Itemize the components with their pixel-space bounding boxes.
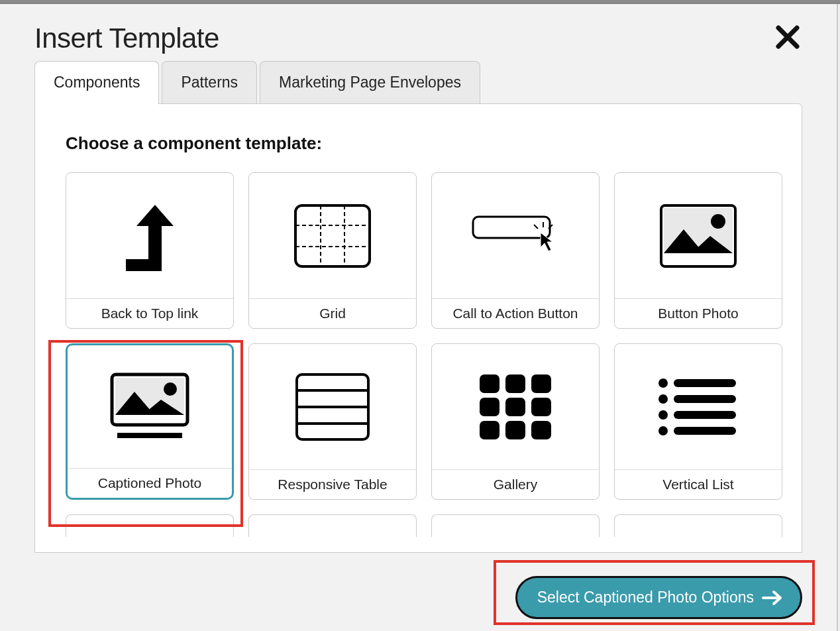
template-card-button-photo[interactable]: Button Photo [614, 172, 782, 329]
tab-label: Patterns [181, 74, 238, 91]
card-icon-area [249, 173, 416, 299]
card-label: Grid [249, 299, 416, 328]
card-icon-area [615, 173, 782, 299]
template-grid: Back to Top link Grid [66, 172, 771, 500]
template-grid-row-partial [66, 514, 771, 537]
table-rows-icon [293, 371, 372, 443]
back-to-top-icon [110, 193, 189, 279]
vertical-list-icon [655, 374, 741, 440]
card-icon-area [249, 344, 416, 470]
card-label: Back to Top link [66, 299, 233, 328]
tab-label: Components [54, 74, 140, 91]
svg-rect-39 [674, 427, 736, 435]
card-icon-area [615, 344, 782, 470]
dialog-title: Insert Template [34, 23, 219, 54]
card-label: Gallery [432, 470, 599, 499]
grid-lines-icon [293, 203, 372, 269]
template-card-partial[interactable] [66, 514, 234, 537]
close-button[interactable] [773, 23, 802, 54]
card-icon-area [432, 173, 599, 299]
close-icon [776, 25, 800, 49]
svg-point-34 [658, 394, 668, 404]
card-icon-area [68, 345, 232, 469]
select-options-button[interactable]: Select Captioned Photo Options [515, 576, 802, 619]
svg-point-14 [711, 214, 725, 229]
svg-rect-8 [473, 217, 550, 238]
card-label: Captioned Photo [68, 469, 232, 498]
template-card-partial[interactable] [614, 514, 782, 537]
template-card-back-to-top[interactable]: Back to Top link [66, 172, 234, 329]
cta-button-icon [469, 213, 562, 259]
svg-rect-29 [480, 421, 499, 439]
svg-line-9 [534, 225, 538, 229]
svg-rect-27 [505, 398, 525, 416]
svg-rect-28 [531, 398, 551, 416]
svg-point-38 [658, 426, 668, 435]
panel-heading: Choose a component template: [66, 133, 771, 154]
template-card-responsive-table[interactable]: Responsive Table [248, 343, 417, 500]
svg-rect-23 [480, 374, 499, 393]
tab-marketing-envelopes[interactable]: Marketing Page Envelopes [260, 61, 480, 103]
template-card-vertical-list[interactable]: Vertical List [614, 343, 782, 500]
card-icon-area [66, 173, 233, 299]
svg-rect-24 [505, 374, 525, 393]
tab-panel: Choose a component template: Back to Top… [34, 103, 802, 553]
svg-rect-3 [295, 205, 370, 266]
card-label: Button Photo [615, 299, 782, 328]
svg-point-17 [164, 382, 177, 396]
svg-rect-18 [117, 433, 182, 438]
action-button-label: Select Captioned Photo Options [537, 589, 754, 606]
gallery-grid-icon [476, 371, 555, 443]
svg-rect-37 [674, 411, 736, 419]
tab-components[interactable]: Components [34, 61, 159, 103]
card-icon-area [432, 344, 599, 470]
svg-rect-33 [674, 379, 736, 387]
template-card-partial[interactable] [431, 514, 600, 537]
card-label: Responsive Table [249, 470, 416, 499]
panel-inner: Choose a component template: Back to Top… [35, 104, 802, 537]
tab-label: Marketing Page Envelopes [279, 74, 461, 91]
insert-template-dialog: Insert Template Components Patterns Mark… [0, 4, 838, 631]
arrow-right-icon [762, 590, 783, 606]
photo-icon [658, 203, 738, 269]
svg-rect-35 [674, 395, 736, 403]
card-label: Vertical List [615, 470, 782, 499]
dialog-header: Insert Template [0, 4, 837, 61]
svg-rect-2 [126, 259, 162, 271]
tab-bar: Components Patterns Marketing Page Envel… [0, 61, 837, 103]
template-card-captioned-photo[interactable]: Captioned Photo [66, 343, 234, 500]
template-card-gallery[interactable]: Gallery [431, 343, 600, 500]
template-card-cta-button[interactable]: Call to Action Button [431, 172, 600, 329]
template-card-grid[interactable]: Grid [248, 172, 417, 329]
svg-rect-26 [480, 398, 499, 416]
template-card-partial[interactable] [248, 514, 417, 537]
tab-patterns[interactable]: Patterns [162, 61, 257, 103]
svg-point-36 [658, 410, 668, 420]
captioned-photo-icon [107, 371, 193, 443]
svg-rect-31 [531, 421, 551, 439]
card-label: Call to Action Button [432, 299, 599, 328]
svg-rect-30 [505, 421, 525, 439]
svg-point-32 [658, 378, 668, 388]
svg-rect-25 [531, 374, 551, 393]
